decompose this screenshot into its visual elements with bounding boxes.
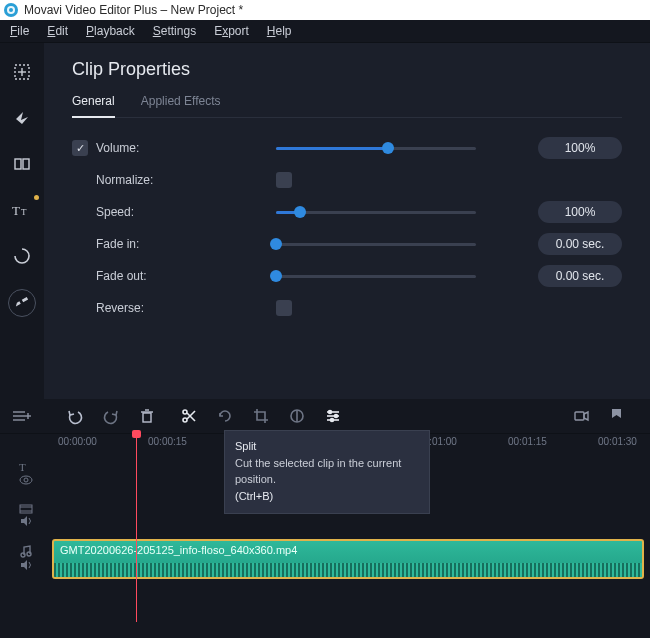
sidebar-filters-icon[interactable] <box>9 105 35 131</box>
sidebar-more-tools-icon[interactable] <box>8 289 36 317</box>
app-logo-icon <box>4 3 18 17</box>
ruler-tick: 00:00:15 <box>148 436 187 447</box>
volume-slider[interactable] <box>276 141 476 155</box>
menu-help[interactable]: Help <box>267 24 292 38</box>
fadeout-slider[interactable] <box>276 269 476 283</box>
add-track-icon[interactable] <box>0 399 44 433</box>
sidebar-titles-icon[interactable]: TT <box>9 197 35 223</box>
svg-point-22 <box>331 419 334 422</box>
svg-text:T: T <box>12 203 20 217</box>
main-body: TT Clip Properties General Applied Effec… <box>0 43 650 399</box>
fadein-slider[interactable] <box>276 237 476 251</box>
redo-icon[interactable] <box>102 407 120 425</box>
notification-dot-icon <box>34 195 39 200</box>
svg-point-38 <box>27 552 31 556</box>
svg-marker-39 <box>21 560 27 570</box>
svg-rect-23 <box>575 412 584 420</box>
volume-label: Volume: <box>96 141 276 155</box>
titles-track-icon[interactable]: T <box>19 461 33 473</box>
crop-icon[interactable] <box>252 407 270 425</box>
volume-value[interactable]: 100% <box>538 137 622 159</box>
menu-settings[interactable]: Settings <box>153 24 196 38</box>
playhead[interactable] <box>136 434 137 622</box>
split-icon[interactable] <box>180 407 198 425</box>
waveform <box>54 563 642 577</box>
clip-name: GMT20200626-205125_info-floso_640x360.mp… <box>60 544 297 556</box>
delete-icon[interactable] <box>138 407 156 425</box>
row-volume: Volume: 100% <box>72 132 622 164</box>
row-fadein: Fade in: 0.00 sec. <box>72 228 622 260</box>
color-adjust-icon[interactable] <box>288 407 306 425</box>
audio-track-icon[interactable] <box>20 544 32 558</box>
clip[interactable]: GMT20200626-205125_info-floso_640x360.mp… <box>52 539 644 579</box>
svg-marker-36 <box>21 516 27 526</box>
undo-icon[interactable] <box>66 407 84 425</box>
svg-point-21 <box>335 415 338 418</box>
menu-edit[interactable]: Edit <box>47 24 68 38</box>
svg-text:T: T <box>19 461 26 473</box>
tab-general[interactable]: General <box>72 94 115 118</box>
menu-export[interactable]: Export <box>214 24 249 38</box>
tooltip-body: Cut the selected clip in the current pos… <box>235 456 419 487</box>
mute-icon[interactable] <box>20 560 32 570</box>
fadeout-label: Fade out: <box>96 269 276 283</box>
row-speed: Speed: 100% <box>72 196 622 228</box>
fadein-value[interactable]: 0.00 sec. <box>538 233 622 255</box>
reverse-checkbox[interactable] <box>276 300 292 316</box>
svg-point-1 <box>9 8 13 12</box>
tab-applied-effects[interactable]: Applied Effects <box>141 94 221 117</box>
svg-point-12 <box>183 410 187 414</box>
mute-icon[interactable] <box>20 516 32 526</box>
panel-title: Clip Properties <box>72 59 622 80</box>
sidebar-import-icon[interactable] <box>9 59 35 85</box>
svg-rect-5 <box>15 159 21 169</box>
timeline-toolbar <box>0 399 650 434</box>
audio-lane[interactable]: GMT20200626-205125_info-floso_640x360.mp… <box>52 539 650 575</box>
svg-rect-33 <box>20 505 32 513</box>
rotate-icon[interactable] <box>216 407 234 425</box>
properties-panel: Clip Properties General Applied Effects … <box>44 43 650 399</box>
fadeout-value[interactable]: 0.00 sec. <box>538 265 622 287</box>
sidebar: TT <box>0 43 44 399</box>
menubar: File Edit Playback Settings Export Help <box>0 20 650 43</box>
volume-checkbox[interactable] <box>72 140 88 156</box>
menu-file[interactable]: File <box>10 24 29 38</box>
svg-marker-24 <box>584 412 588 420</box>
menu-playback[interactable]: Playback <box>86 24 135 38</box>
row-normalize: Normalize: <box>72 164 622 196</box>
svg-point-31 <box>20 476 32 484</box>
app-window: Movavi Video Editor Plus – New Project *… <box>0 0 650 638</box>
speed-slider[interactable] <box>276 205 476 219</box>
track-audio: GMT20200626-205125_info-floso_640x360.mp… <box>0 536 650 578</box>
svg-point-13 <box>183 418 187 422</box>
ruler-tick: 00:01:30 <box>598 436 637 447</box>
panel-tabs: General Applied Effects <box>72 94 622 118</box>
row-reverse: Reverse: <box>72 292 622 324</box>
svg-point-20 <box>329 411 332 414</box>
normalize-checkbox[interactable] <box>276 172 292 188</box>
speed-label: Speed: <box>96 205 276 219</box>
titlebar: Movavi Video Editor Plus – New Project * <box>0 0 650 20</box>
fadein-label: Fade in: <box>96 237 276 251</box>
clip-properties-icon[interactable] <box>324 407 342 425</box>
ruler-tick: 00:00:00 <box>58 436 97 447</box>
speed-value[interactable]: 100% <box>538 201 622 223</box>
tooltip-shortcut: (Ctrl+B) <box>235 489 419 504</box>
svg-text:T: T <box>21 207 27 217</box>
visibility-icon[interactable] <box>19 475 33 485</box>
tooltip-split: Split Cut the selected clip in the curre… <box>224 430 430 514</box>
reverse-label: Reverse: <box>96 301 276 315</box>
svg-rect-9 <box>143 413 151 422</box>
normalize-label: Normalize: <box>96 173 276 187</box>
svg-point-32 <box>24 478 28 482</box>
sidebar-transitions-icon[interactable] <box>9 151 35 177</box>
window-title: Movavi Video Editor Plus – New Project * <box>24 3 243 17</box>
sidebar-stickers-icon[interactable] <box>9 243 35 269</box>
marker-icon[interactable] <box>608 407 626 425</box>
tooltip-title: Split <box>235 439 419 454</box>
svg-point-37 <box>21 553 25 557</box>
record-icon[interactable] <box>572 407 590 425</box>
svg-rect-6 <box>23 159 29 169</box>
ruler-tick: 00:01:15 <box>508 436 547 447</box>
video-track-icon[interactable] <box>19 504 33 514</box>
